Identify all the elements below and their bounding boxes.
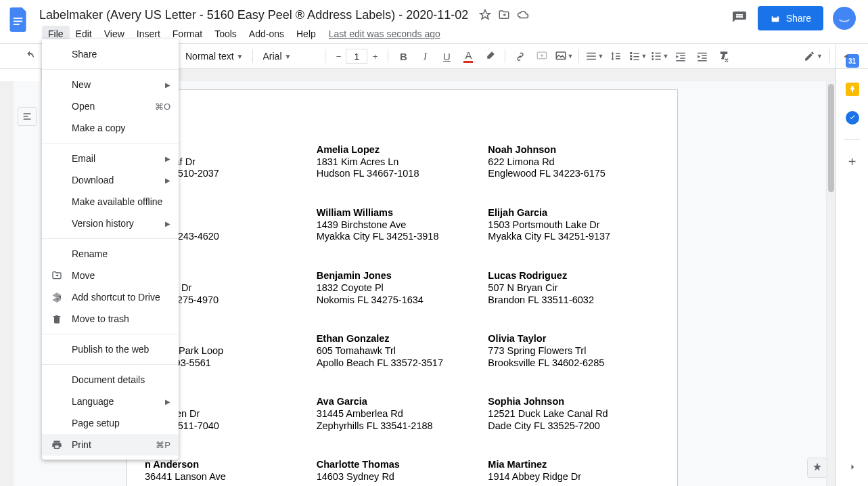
- menu-tools[interactable]: Tools: [208, 26, 243, 42]
- file-menu-item-move-to-trash[interactable]: Move to trash: [42, 308, 179, 330]
- address-label[interactable]: n Anderson36441 Lanson Ave: [145, 459, 317, 483]
- address-label[interactable]: Sophia Johnson12521 Duck Lake Canal RdDa…: [488, 396, 660, 432]
- vertical-scrollbar[interactable]: [826, 81, 836, 486]
- document-page[interactable]: Smithalm Leaf Drn FL 33510-2037Amelia Lo…: [127, 89, 678, 486]
- label-line1: 1832 Coyote Pl: [317, 282, 488, 294]
- file-menu-item-make-a-copy[interactable]: Make a copy: [42, 117, 179, 139]
- submenu-arrow-icon: ▶: [165, 177, 170, 184]
- file-menu-item-document-details[interactable]: Document details: [42, 369, 179, 391]
- address-label[interactable]: Elijah Garcia1503 Portsmouth Lake DrMyak…: [488, 207, 660, 243]
- label-name: Charlotte Thomas: [317, 459, 488, 471]
- editing-mode-button[interactable]: ▼: [804, 47, 823, 66]
- menu-item-label: Version history: [72, 218, 165, 229]
- share-button[interactable]: Share: [758, 6, 823, 30]
- address-label[interactable]: Ethan Gonzalez605 Tomahawk TrlApollo Bea…: [317, 333, 488, 369]
- align-button[interactable]: ▼: [585, 47, 603, 66]
- cloud-status-icon[interactable]: [517, 9, 529, 21]
- keep-icon[interactable]: [846, 83, 859, 96]
- menu-item-label: New: [72, 79, 165, 90]
- address-label[interactable]: Noah Johnson622 Limona RdEnglewood FL 34…: [488, 144, 660, 180]
- file-menu-dropdown: ShareNew▶Open⌘OMake a copyEmail▶Download…: [42, 39, 179, 460]
- address-label[interactable]: Lucas Rodriguez507 N Bryan CirBrandon FL…: [488, 270, 660, 306]
- file-menu-item-page-setup[interactable]: Page setup: [42, 412, 179, 434]
- last-edit-link[interactable]: Last edit was seconds ago: [329, 28, 440, 39]
- label-name: Elijah Garcia: [488, 207, 660, 219]
- address-label[interactable]: Benjamin Jones1832 Coyote PlNokomis FL 3…: [317, 270, 488, 306]
- move-to-folder-icon[interactable]: [498, 9, 510, 21]
- svg-point-11: [652, 56, 654, 58]
- address-label[interactable]: Mia Martinez1914 Abbey Ridge Dr: [488, 459, 660, 483]
- account-avatar[interactable]: [833, 7, 856, 30]
- decrease-font-button[interactable]: −: [331, 48, 346, 64]
- chevron-down-icon: ▼: [237, 53, 244, 60]
- insert-link-button[interactable]: [511, 47, 530, 66]
- highlight-color-button[interactable]: [480, 47, 499, 66]
- font-family-dropdown[interactable]: Arial ▼: [258, 47, 319, 66]
- address-label[interactable]: Amelia Lopez1831 Kim Acres LnHudson FL 3…: [317, 144, 488, 180]
- hide-sidepanel-icon[interactable]: [846, 461, 859, 475]
- docs-logo[interactable]: [5, 6, 32, 33]
- checklist-button[interactable]: ▼: [628, 47, 647, 66]
- submenu-arrow-icon: ▶: [165, 81, 170, 89]
- bold-button[interactable]: B: [394, 47, 413, 66]
- label-line1: 31445 Amberlea Rd: [317, 408, 488, 420]
- italic-button[interactable]: I: [415, 47, 434, 66]
- menu-separator: [42, 238, 179, 239]
- insert-image-button[interactable]: ▼: [554, 47, 573, 66]
- file-menu-item-add-shortcut-to-drive[interactable]: Add shortcut to Drive: [42, 286, 179, 308]
- undo-button[interactable]: [20, 47, 39, 66]
- decrease-indent-button[interactable]: [671, 47, 690, 66]
- menu-help[interactable]: Help: [290, 26, 322, 42]
- line-spacing-button[interactable]: [606, 47, 625, 66]
- open-comments-icon[interactable]: [731, 9, 748, 27]
- star-icon[interactable]: [479, 9, 491, 21]
- address-label[interactable]: Charlotte Thomas14603 Sydney Rd: [317, 459, 488, 483]
- increase-font-button[interactable]: +: [367, 48, 382, 64]
- file-menu-item-version-history[interactable]: Version history▶: [42, 213, 179, 234]
- label-line2: Nokomis FL 34275-1634: [317, 294, 488, 307]
- toolbar-separator: [578, 49, 579, 63]
- font-size-input[interactable]: [346, 49, 367, 64]
- svg-rect-1: [14, 21, 23, 22]
- address-label[interactable]: William Williams1439 Birchstone AveMyakk…: [317, 207, 488, 243]
- tasks-icon[interactable]: [846, 111, 859, 125]
- file-menu-item-download[interactable]: Download▶: [42, 169, 179, 191]
- get-addons-icon[interactable]: +: [846, 155, 859, 169]
- increase-indent-button[interactable]: [693, 47, 712, 66]
- file-menu-item-email[interactable]: Email▶: [42, 148, 179, 169]
- file-menu-item-publish-to-the-web[interactable]: Publish to the web: [42, 338, 179, 360]
- menu-item-label: Open: [72, 101, 155, 112]
- address-label[interactable]: Olivia Taylor773 Spring Flowers TrlBrook…: [488, 333, 660, 369]
- menu-item-label: Make available offline: [72, 196, 170, 207]
- svg-rect-9: [630, 58, 632, 60]
- label-line2: Dade City FL 33525-7200: [488, 420, 660, 433]
- underline-button[interactable]: U: [437, 47, 456, 66]
- file-menu-item-make-available-offline[interactable]: Make available offline: [42, 191, 179, 213]
- explore-button[interactable]: [807, 458, 827, 478]
- add-comment-button[interactable]: [532, 47, 551, 66]
- label-line1: 773 Spring Flowers Trl: [488, 345, 660, 357]
- collapse-toolbar-button[interactable]: [837, 47, 856, 66]
- bulleted-list-button[interactable]: ▼: [649, 47, 668, 66]
- scrollbar-thumb[interactable]: [828, 84, 834, 192]
- file-menu-item-share[interactable]: Share: [42, 43, 179, 65]
- toolbar-separator: [829, 49, 830, 63]
- file-menu-item-language[interactable]: Language▶: [42, 391, 179, 412]
- file-menu-item-open[interactable]: Open⌘O: [42, 95, 179, 117]
- file-menu-item-print[interactable]: Print⌘P: [42, 434, 179, 456]
- file-menu-item-rename[interactable]: Rename: [42, 243, 179, 265]
- file-menu-item-new[interactable]: New▶: [42, 74, 179, 95]
- file-menu-item-move[interactable]: Move: [42, 265, 179, 286]
- share-button-label: Share: [786, 13, 811, 24]
- text-color-button[interactable]: A: [459, 47, 478, 66]
- address-label[interactable]: Ava Garcia31445 Amberlea RdZephyrhills F…: [317, 396, 488, 432]
- menu-addons[interactable]: Add-ons: [243, 26, 290, 42]
- clear-formatting-button[interactable]: [714, 47, 733, 66]
- label-name: Ava Garcia: [317, 396, 488, 408]
- paragraph-style-dropdown[interactable]: Normal text ▼: [181, 47, 247, 66]
- document-title[interactable]: Labelmaker (Avery US Letter - 5160 Easy …: [37, 7, 471, 24]
- menu-item-label: Rename: [72, 248, 170, 259]
- label-line1: 1503 Portsmouth Lake Dr: [488, 219, 660, 231]
- document-outline-button[interactable]: [18, 107, 37, 126]
- vertical-ruler[interactable]: [0, 81, 14, 486]
